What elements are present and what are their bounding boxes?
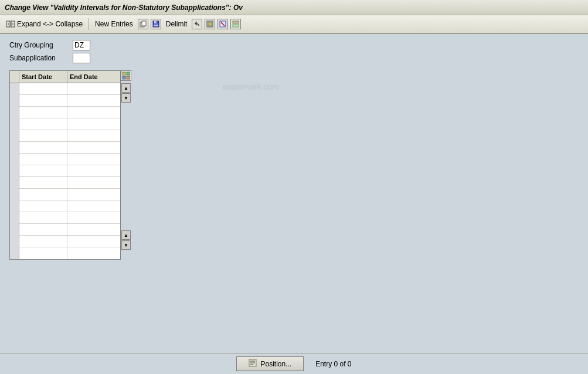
table-row	[10, 154, 120, 165]
svg-rect-7	[154, 21, 157, 23]
svg-rect-13	[233, 21, 239, 23]
end-date-cell-3[interactable]	[67, 107, 115, 118]
table-body	[10, 83, 120, 259]
copy-icon-button[interactable]	[138, 19, 148, 29]
end-date-cell-1[interactable]	[67, 83, 115, 95]
end-date-cell-4[interactable]	[67, 118, 115, 130]
table-row	[10, 177, 120, 189]
svg-rect-10	[208, 22, 212, 26]
scroll-up-bottom-button[interactable]: ▲	[121, 230, 131, 240]
row-indicator-15	[10, 247, 19, 259]
row-indicator-6	[10, 142, 19, 154]
end-date-cell-9[interactable]	[67, 177, 115, 189]
table-row	[10, 189, 120, 200]
scroll-up-button[interactable]: ▲	[121, 83, 131, 93]
toolbar: Expand <-> Collapse New Entries Delimit	[0, 15, 588, 34]
expand-collapse-button[interactable]: Expand <-> Collapse	[4, 18, 85, 30]
new-entries-label: New Entries	[95, 20, 133, 28]
end-date-cell-6[interactable]	[67, 142, 115, 154]
column-settings-icon[interactable]	[121, 70, 131, 81]
entry-count-label: Entry 0 of 0	[315, 360, 351, 368]
form-section: Ctry Grouping DZ Subapplication	[9, 40, 579, 63]
table-row	[10, 142, 120, 154]
end-date-cell-12[interactable]	[67, 212, 115, 224]
select-all-icon-button[interactable]	[205, 19, 215, 29]
end-date-cell-10[interactable]	[67, 189, 115, 200]
start-date-cell-12[interactable]	[19, 212, 67, 224]
table-row	[10, 118, 120, 130]
svg-rect-8	[154, 25, 158, 26]
end-date-header: End Date	[67, 71, 115, 83]
start-date-cell-6[interactable]	[19, 142, 67, 154]
ctry-grouping-input[interactable]: DZ	[73, 40, 90, 50]
end-date-cell-13[interactable]	[67, 224, 115, 236]
end-date-cell-7[interactable]	[67, 154, 115, 165]
main-content: Ctry Grouping DZ Subapplication Start Da…	[0, 34, 588, 353]
table-row	[10, 107, 120, 118]
start-date-cell-10[interactable]	[19, 189, 67, 200]
start-date-cell-14[interactable]	[19, 236, 67, 247]
row-indicator-8	[10, 165, 19, 177]
end-date-cell-5[interactable]	[67, 130, 115, 142]
start-date-cell-11[interactable]	[19, 200, 67, 212]
delimit-button[interactable]: Delimit	[164, 19, 190, 29]
end-date-cell-11[interactable]	[67, 200, 115, 212]
start-date-cell-1[interactable]	[19, 83, 67, 95]
start-date-cell-9[interactable]	[19, 177, 67, 189]
table-with-scroll: Start Date End Date	[9, 70, 131, 260]
end-date-cell-15[interactable]	[67, 247, 115, 259]
row-indicator-12	[10, 212, 19, 224]
ctry-grouping-row: Ctry Grouping DZ	[9, 40, 579, 50]
title-text: Change View "Validity Intervals for Non-…	[5, 4, 243, 12]
row-indicator-3	[10, 107, 19, 118]
row-indicator-1	[10, 83, 19, 95]
subapplication-row: Subapplication	[9, 53, 579, 63]
row-indicator-10	[10, 189, 19, 200]
svg-rect-14	[233, 25, 239, 27]
table-row	[10, 83, 120, 95]
row-indicator-13	[10, 224, 19, 236]
end-date-cell-14[interactable]	[67, 236, 115, 247]
table-header: Start Date End Date	[10, 71, 120, 83]
status-bar: Position... Entry 0 of 0	[0, 353, 588, 374]
svg-rect-15	[123, 72, 125, 75]
separator-1	[89, 18, 89, 30]
table-settings-icon-button[interactable]	[230, 19, 241, 29]
subapplication-label: Subapplication	[9, 54, 68, 62]
end-date-cell-8[interactable]	[67, 165, 115, 177]
end-date-cell-2[interactable]	[67, 95, 115, 107]
table-controls: ▲ ▼ ▲ ▼	[121, 70, 131, 250]
data-table: Start Date End Date	[9, 70, 121, 260]
start-date-cell-2[interactable]	[19, 95, 67, 107]
start-date-cell-15[interactable]	[19, 247, 67, 259]
table-row	[10, 95, 120, 107]
ctry-grouping-label: Ctry Grouping	[9, 41, 68, 49]
undo-icon-button[interactable]	[192, 19, 202, 29]
scroll-down-bottom-button[interactable]: ▼	[121, 240, 131, 250]
save-icon-button[interactable]	[151, 19, 161, 29]
start-date-cell-13[interactable]	[19, 224, 67, 236]
svg-rect-5	[142, 21, 146, 26]
new-entries-button[interactable]: New Entries	[93, 19, 135, 29]
bottom-scroll-container: ▲ ▼	[121, 230, 131, 250]
svg-rect-16	[127, 72, 130, 75]
position-button[interactable]: Position...	[236, 356, 304, 371]
subapplication-input[interactable]	[73, 53, 90, 63]
deselect-icon-button[interactable]	[217, 19, 228, 29]
start-date-cell-4[interactable]	[19, 118, 67, 130]
start-date-cell-5[interactable]	[19, 130, 67, 142]
table-container: Start Date End Date	[9, 70, 579, 260]
title-bar: Change View "Validity Intervals for Non-…	[0, 0, 588, 15]
table-row	[10, 130, 120, 142]
row-indicator-header	[10, 71, 19, 83]
start-date-header: Start Date	[19, 71, 67, 83]
scroll-down-button[interactable]: ▼	[121, 93, 131, 103]
row-indicator-7	[10, 154, 19, 165]
start-date-cell-8[interactable]	[19, 165, 67, 177]
start-date-cell-3[interactable]	[19, 107, 67, 118]
svg-rect-17	[123, 76, 125, 79]
start-date-cell-7[interactable]	[19, 154, 67, 165]
table-row	[10, 212, 120, 224]
table-row	[10, 224, 120, 236]
table-row	[10, 247, 120, 259]
